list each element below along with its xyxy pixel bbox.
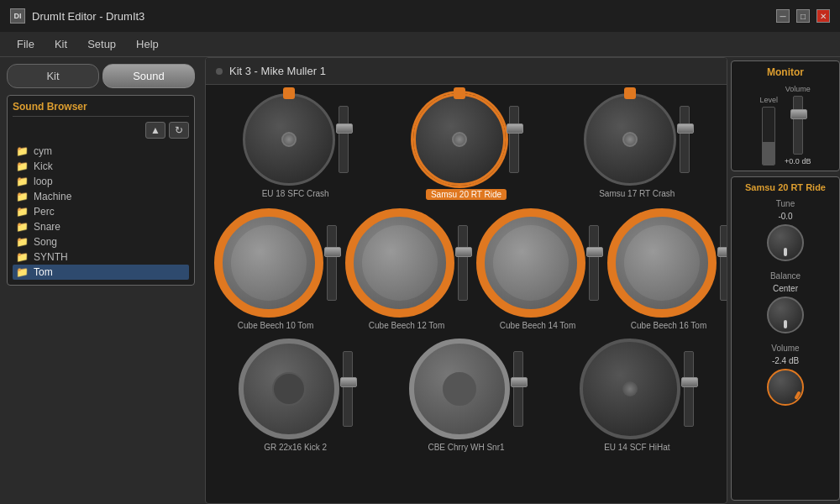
folder-icon: 📁 — [16, 236, 29, 248]
tom-drum3[interactable] — [476, 208, 585, 318]
tune-knob[interactable] — [767, 224, 804, 261]
pad-tom4[interactable]: Cube Beech 16 Tom — [607, 208, 727, 330]
browser-up-button[interactable]: ▲ — [145, 122, 165, 139]
bottom-row: GR 22x16 Kick 2 CBE Chrry WH Snr1 — [214, 339, 718, 452]
fader-thumb-crash1[interactable] — [336, 123, 353, 134]
folder-snare[interactable]: 📁 Snare — [13, 219, 189, 234]
tom-label3: Cube Beech 14 Tom — [500, 321, 575, 330]
fader-thumb-tom1[interactable] — [324, 247, 341, 257]
titlebar-controls: ─ □ ✕ — [776, 9, 830, 23]
folder-list: 📁 cym 📁 Kick 📁 loop 📁 Machine 📁 P — [13, 144, 189, 280]
folder-cym[interactable]: 📁 cym — [13, 144, 189, 159]
volume-control: Volume -2.4 dB — [737, 344, 834, 406]
fader-tom3[interactable] — [589, 225, 599, 301]
pad-crash1[interactable]: EU 18 SFC Crash — [243, 93, 349, 200]
tom-label1: Cube Beech 10 Tom — [238, 321, 313, 330]
cymbal-crash1[interactable] — [243, 93, 335, 186]
folder-tom[interactable]: 📁 Tom — [13, 265, 189, 280]
app-icon: DI — [10, 8, 25, 24]
left-panel: Kit Sound Sound Browser ▲ ↻ 📁 cym 📁 Kick… — [0, 57, 202, 504]
cymbal-center — [281, 132, 297, 147]
pad-tom2[interactable]: Cube Beech 12 Tom — [345, 208, 468, 330]
menu-setup[interactable]: Setup — [77, 34, 126, 54]
snare-drum[interactable] — [409, 339, 510, 439]
kit-name: Kit 3 - Mike Muller 1 — [229, 65, 326, 77]
folder-icon: 📁 — [16, 266, 29, 278]
maximize-button[interactable]: □ — [796, 9, 810, 23]
kick-drum[interactable] — [239, 339, 339, 439]
tom-inner2 — [362, 225, 438, 301]
pad-tom1[interactable]: Cube Beech 10 Tom — [214, 208, 337, 330]
folder-kick[interactable]: 📁 Kick — [13, 159, 189, 174]
fader-tom2[interactable] — [458, 225, 468, 301]
pad-snare[interactable]: CBE Chrry WH Snr1 — [409, 339, 523, 452]
pad-crash2[interactable]: Samsu 17 RT Crash — [584, 93, 690, 200]
tom-drum1[interactable] — [214, 208, 323, 318]
cymbal-clamp — [454, 87, 465, 99]
folder-loop[interactable]: 📁 loop — [13, 174, 189, 189]
cymbal-crash2[interactable] — [584, 93, 676, 186]
sound-volume-db: -2.4 dB — [772, 356, 799, 365]
hihat-center — [622, 381, 638, 396]
kick-inner — [272, 372, 306, 406]
fader-snare[interactable] — [513, 351, 523, 427]
fader-kick[interactable] — [343, 351, 353, 427]
tab-kit[interactable]: Kit — [7, 64, 99, 88]
monitor-volume-fader[interactable] — [793, 96, 803, 155]
folder-icon: 📁 — [16, 160, 29, 172]
folder-synth[interactable]: 📁 SYNTH — [13, 249, 189, 265]
folder-song[interactable]: 📁 Song — [13, 234, 189, 249]
monitor-section: Monitor Level Volume +0.0 dB — [731, 60, 840, 171]
fader-thumb-ride[interactable] — [507, 123, 523, 134]
monitor-fader-thumb[interactable] — [790, 109, 807, 119]
fader-thumb-tom2[interactable] — [455, 247, 472, 257]
fader-thumb-tom3[interactable] — [586, 247, 603, 257]
tom-label4: Cube Beech 16 Tom — [631, 321, 706, 330]
fader-ride[interactable] — [509, 106, 519, 173]
browser-refresh-button[interactable]: ↻ — [169, 122, 189, 139]
sound-volume-label: Volume — [771, 344, 799, 353]
volume-knob[interactable] — [767, 369, 804, 406]
fader-thumb-tom4[interactable] — [717, 247, 727, 257]
folder-label: SYNTH — [34, 251, 68, 263]
close-button[interactable]: ✕ — [816, 9, 830, 23]
folder-perc[interactable]: 📁 Perc — [13, 204, 189, 219]
tom-drum2[interactable] — [345, 208, 454, 318]
fader-tom1[interactable] — [327, 225, 337, 301]
minimize-button[interactable]: ─ — [776, 9, 790, 23]
fader-tom4[interactable] — [720, 225, 727, 301]
sound-browser-panel: Sound Browser ▲ ↻ 📁 cym 📁 Kick 📁 loop — [7, 95, 195, 286]
main-layout: Kit Sound Sound Browser ▲ ↻ 📁 cym 📁 Kick… — [0, 57, 840, 504]
menubar: File Kit Setup Help — [0, 32, 840, 57]
kick-label: GR 22x16 Kick 2 — [264, 443, 327, 452]
fader-thumb-kick[interactable] — [340, 377, 357, 387]
menu-file[interactable]: File — [7, 34, 45, 54]
fader-crash1[interactable] — [339, 106, 349, 173]
fader-hihat[interactable] — [684, 351, 694, 427]
fader-thumb-crash2[interactable] — [677, 123, 694, 134]
pad-hihat[interactable]: EU 14 SCF HiHat — [580, 339, 694, 452]
monitor-title: Monitor — [737, 66, 834, 78]
tune-value: -0.0 — [778, 212, 792, 221]
monitor-volume-db: +0.0 dB — [785, 157, 811, 165]
cymbal-ride[interactable] — [413, 93, 506, 186]
kit-header: Kit 3 - Mike Muller 1 — [206, 58, 727, 85]
folder-label: Kick — [34, 160, 53, 172]
menu-kit[interactable]: Kit — [45, 34, 77, 54]
balance-knob[interactable] — [767, 297, 804, 333]
tab-sound[interactable]: Sound — [102, 64, 195, 88]
fader-crash2[interactable] — [680, 106, 690, 173]
menu-help[interactable]: Help — [126, 34, 169, 54]
fader-thumb-snare[interactable] — [511, 377, 528, 387]
pad-ride[interactable]: Samsu 20 RT Ride — [413, 93, 519, 200]
folder-machine[interactable]: 📁 Machine — [13, 189, 189, 204]
cymbal-center — [622, 132, 638, 147]
fader-thumb-hihat[interactable] — [681, 377, 698, 387]
tune-knob-indicator — [784, 248, 787, 256]
hihat-drum[interactable] — [580, 339, 680, 439]
tom-drum4[interactable] — [607, 208, 717, 318]
pad-kick[interactable]: GR 22x16 Kick 2 — [239, 339, 353, 452]
tab-bar: Kit Sound — [7, 64, 195, 88]
pad-tom3[interactable]: Cube Beech 14 Tom — [476, 208, 599, 330]
level-meter-col: Level — [760, 96, 779, 165]
